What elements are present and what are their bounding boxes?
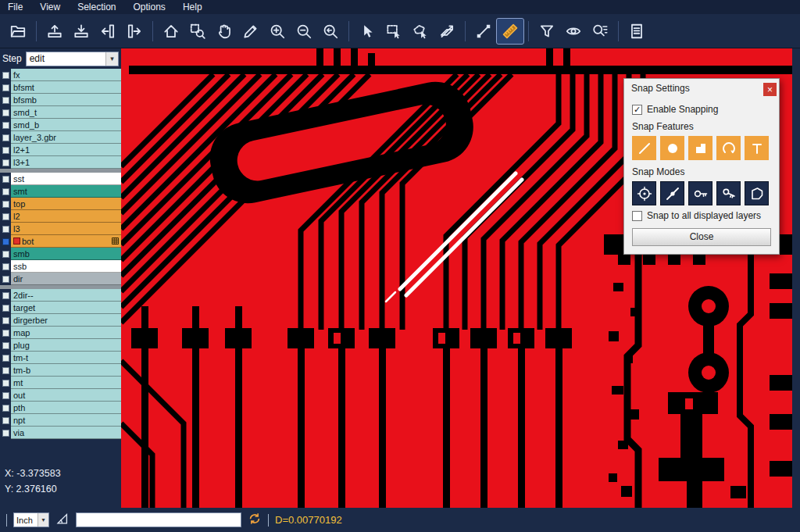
- layer-visibility-checkbox[interactable]: [2, 305, 9, 312]
- layer-visibility-checkbox[interactable]: [2, 292, 9, 299]
- report-button[interactable]: [623, 19, 650, 44]
- layer-name-cell[interactable]: mt: [11, 377, 121, 389]
- layer-name-cell[interactable]: dirgerber: [11, 314, 121, 327]
- layer-row-tm-b[interactable]: tm-b: [0, 364, 121, 377]
- dialog-close-button[interactable]: Close: [632, 228, 771, 246]
- measure-button[interactable]: [497, 19, 523, 44]
- all-layers-row[interactable]: Snap to all displayed layers: [632, 210, 771, 221]
- layer-visibility-checkbox[interactable]: [2, 147, 9, 154]
- all-layers-checkbox[interactable]: [632, 211, 642, 221]
- draw-shape-button[interactable]: [238, 19, 264, 44]
- layer-visibility-checkbox[interactable]: [2, 405, 9, 412]
- layer-visibility-checkbox[interactable]: [2, 188, 9, 195]
- layer-name-cell[interactable]: ssb: [11, 260, 121, 273]
- layer-name-cell[interactable]: 2dir--: [11, 289, 121, 302]
- dialog-title-bar[interactable]: Snap Settings ×: [624, 79, 779, 98]
- layer-name-cell[interactable]: via: [11, 427, 121, 439]
- layer-visibility-checkbox[interactable]: [2, 417, 9, 424]
- layer-row-bfsmb[interactable]: bfsmb: [0, 94, 121, 106]
- layer-name-cell[interactable]: smd_t: [11, 106, 121, 119]
- layer-name-cell[interactable]: sst: [11, 173, 121, 185]
- unit-select[interactable]: Inch ▾: [13, 512, 49, 527]
- layer-name-cell[interactable]: smd_b: [11, 119, 121, 131]
- layer-visibility-checkbox[interactable]: [2, 213, 9, 220]
- layer-visibility-checkbox[interactable]: [2, 263, 9, 270]
- layer-name-cell[interactable]: l2: [11, 210, 121, 223]
- line-tool-button[interactable]: [470, 19, 497, 44]
- layer-name-cell[interactable]: tm-t: [11, 352, 121, 364]
- home-view-button[interactable]: [158, 19, 184, 44]
- layer-row-2dir--[interactable]: 2dir--: [0, 289, 121, 302]
- polygon-select-button[interactable]: [407, 19, 434, 44]
- step-select[interactable]: edit ▾: [26, 52, 119, 66]
- layer-row-out[interactable]: out: [0, 389, 121, 402]
- menu-selection[interactable]: Selection: [77, 2, 116, 12]
- layer-visibility-checkbox[interactable]: [2, 72, 9, 79]
- layer-visibility-checkbox[interactable]: [2, 330, 9, 337]
- layer-name-cell[interactable]: l3: [11, 223, 121, 235]
- right-scroll-strip[interactable]: [792, 48, 800, 508]
- layer-row-ssb[interactable]: ssb: [0, 260, 121, 273]
- menu-help[interactable]: Help: [183, 2, 202, 12]
- layer-row-dirgerber[interactable]: dirgerber: [0, 314, 121, 327]
- view-options-button[interactable]: [560, 19, 587, 44]
- layer-visibility-checkbox[interactable]: [2, 97, 9, 104]
- refresh-icon[interactable]: [248, 512, 262, 529]
- layer-visibility-checkbox[interactable]: [2, 159, 9, 166]
- layer-name-cell[interactable]: tm-b: [11, 364, 121, 377]
- filter-button[interactable]: [534, 19, 560, 44]
- zoom-region-button[interactable]: [184, 19, 211, 44]
- layer-row-pth[interactable]: pth: [0, 402, 121, 414]
- layer-name-cell[interactable]: top: [11, 198, 121, 210]
- layer-row-smd_t[interactable]: smd_t: [0, 106, 121, 119]
- layer-name-cell[interactable]: layer_3.gbr: [11, 131, 121, 144]
- select-button[interactable]: [354, 19, 380, 44]
- layer-visibility-checkbox[interactable]: [2, 355, 9, 362]
- layer-visibility-checkbox[interactable]: [2, 109, 9, 116]
- layer-name-cell[interactable]: l2+1: [11, 144, 121, 156]
- zoom-in-button[interactable]: [264, 19, 291, 44]
- layer-row-smd_b[interactable]: smd_b: [0, 119, 121, 131]
- layer-visibility-checkbox[interactable]: [2, 380, 9, 387]
- snap-mode-key-tilted-button[interactable]: [716, 181, 741, 205]
- snap-feature-text-button[interactable]: [745, 136, 769, 160]
- measure-input[interactable]: [76, 512, 241, 527]
- layer-row-target[interactable]: target: [0, 302, 121, 314]
- open-file-button[interactable]: [5, 19, 31, 44]
- layer-row-bfsmt[interactable]: bfsmt: [0, 81, 121, 94]
- layer-name-cell[interactable]: target: [11, 302, 121, 314]
- layer-name-cell[interactable]: smt: [11, 185, 121, 198]
- enable-snapping-row[interactable]: ✓ Enable Snapping: [632, 104, 771, 115]
- import-top-button[interactable]: [41, 19, 68, 44]
- layer-row-top[interactable]: top: [0, 198, 121, 210]
- layer-name-cell[interactable]: npt: [11, 414, 121, 427]
- chevron-down-icon[interactable]: ▾: [38, 513, 48, 527]
- layer-row-dir[interactable]: dir: [0, 273, 121, 285]
- chevron-down-icon[interactable]: ▾: [105, 52, 118, 66]
- layer-visibility-checkbox[interactable]: [2, 201, 9, 208]
- layer-row-mt[interactable]: mt: [0, 377, 121, 389]
- layer-name-cell[interactable]: bot: [11, 235, 121, 248]
- layer-row-tm-t[interactable]: tm-t: [0, 352, 121, 364]
- layer-row-plug[interactable]: plug: [0, 339, 121, 352]
- menu-view[interactable]: View: [40, 2, 60, 12]
- layer-row-l3+1[interactable]: l3+1: [0, 156, 121, 169]
- layer-name-cell[interactable]: l3+1: [11, 156, 121, 169]
- snap-feature-arc-button[interactable]: [716, 136, 741, 160]
- layer-row-bot[interactable]: bot: [0, 235, 121, 248]
- snap-mode-key-button[interactable]: [688, 181, 712, 205]
- layer-name-cell[interactable]: smb: [11, 248, 121, 260]
- zoom-previous-button[interactable]: [317, 19, 344, 44]
- layer-row-l2[interactable]: l2: [0, 210, 121, 223]
- layer-visibility-checkbox[interactable]: [2, 342, 9, 349]
- pcb-canvas[interactable]: Snap Settings × ✓ Enable Snapping Snap F…: [121, 48, 792, 508]
- layer-visibility-checkbox[interactable]: [2, 84, 9, 91]
- layer-row-smb[interactable]: smb: [0, 248, 121, 260]
- layer-name-cell[interactable]: fx: [11, 69, 121, 81]
- layer-visibility-checkbox[interactable]: [2, 238, 9, 245]
- layer-row-map[interactable]: map: [0, 327, 121, 339]
- rect-select-button[interactable]: [380, 19, 407, 44]
- layer-visibility-checkbox[interactable]: [2, 122, 9, 129]
- snap-feature-corner-button[interactable]: [688, 136, 712, 160]
- layer-row-via[interactable]: via: [0, 427, 121, 439]
